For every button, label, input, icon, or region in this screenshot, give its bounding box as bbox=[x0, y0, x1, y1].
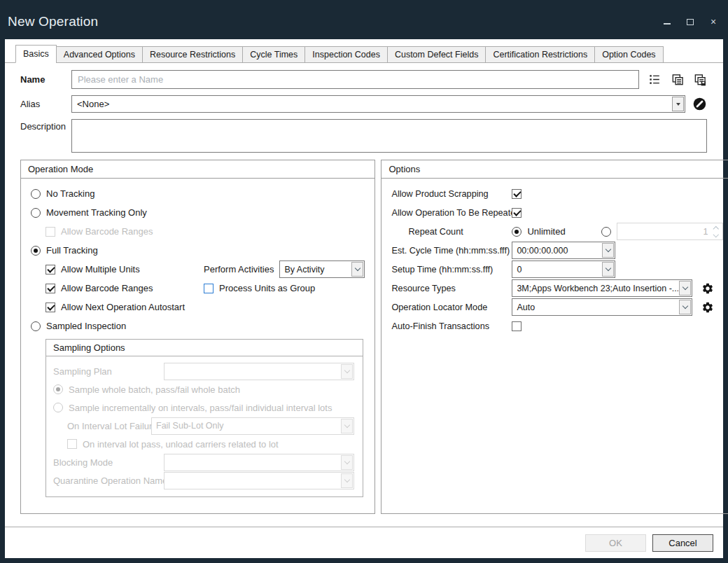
sampling-options-title: Sampling Options bbox=[46, 340, 363, 356]
dialog-content: Basics Advanced Options Resource Restric… bbox=[5, 39, 723, 558]
sampling-plan-combobox[interactable] bbox=[164, 363, 354, 380]
repeat-count-row: Repeat Count Unlimited 1 bbox=[391, 222, 723, 241]
process-units-group-checkbox[interactable] bbox=[204, 284, 214, 293]
full-tracking-radio[interactable] bbox=[31, 246, 41, 256]
tab-inspection-codes[interactable]: Inspection Codes bbox=[304, 46, 388, 63]
auto-finish-checkbox[interactable] bbox=[512, 321, 522, 331]
setup-time-combobox[interactable]: 0 bbox=[512, 260, 615, 278]
interval-failure-combobox[interactable]: Fail Sub-Lot Only bbox=[151, 417, 354, 435]
sample-whole-batch-radio[interactable] bbox=[53, 384, 63, 394]
chevron-down-icon bbox=[344, 422, 350, 427]
perform-activities-dropdown-button[interactable] bbox=[351, 262, 363, 277]
locator-mode-combobox[interactable]: Auto bbox=[512, 298, 692, 316]
no-tracking-radio[interactable] bbox=[31, 189, 41, 199]
sample-incremental-row: Sample incrementally on intervals, pass/… bbox=[53, 398, 354, 417]
sampling-plan-dropdown-button[interactable] bbox=[341, 364, 353, 379]
sample-whole-batch-label: Sample whole batch, pass/fail whole batc… bbox=[69, 384, 240, 395]
locator-mode-dropdown-button[interactable] bbox=[679, 300, 691, 314]
description-textarea[interactable] bbox=[71, 119, 707, 153]
est-cycle-time-combobox[interactable]: 00:00:00.000 bbox=[512, 242, 615, 259]
interval-pass-checkbox[interactable] bbox=[67, 439, 77, 449]
sampling-plan-label: Sampling Plan bbox=[53, 366, 158, 377]
perform-activities-combobox[interactable]: By Activity bbox=[279, 260, 365, 278]
alias-dropdown-button[interactable] bbox=[672, 97, 684, 111]
tab-advanced-options[interactable]: Advanced Options bbox=[56, 46, 143, 63]
alias-clear-icon[interactable] bbox=[692, 97, 707, 111]
operation-mode-body: No Tracking Movement Tracking Only Allow… bbox=[21, 179, 374, 513]
chevron-down-icon bbox=[682, 284, 688, 290]
est-cycle-time-dropdown-button[interactable] bbox=[602, 243, 614, 258]
allow-next-autostart-checkbox[interactable] bbox=[46, 303, 55, 312]
alias-row: Alias <None> bbox=[20, 95, 707, 113]
allow-scrapping-checkbox[interactable] bbox=[512, 189, 522, 199]
spinner-updown-icon[interactable] bbox=[711, 227, 722, 237]
interval-failure-value: Fail Sub-Lot Only bbox=[152, 421, 340, 431]
copy-icon[interactable] bbox=[670, 72, 685, 87]
tab-certification-restrictions[interactable]: Certification Restrictions bbox=[485, 46, 595, 63]
quarantine-combobox[interactable] bbox=[164, 472, 354, 489]
alias-combobox[interactable]: <None> bbox=[71, 95, 685, 113]
resource-types-combobox[interactable]: 3M;Apps Workbench 23;Auto Insertion -... bbox=[512, 279, 692, 297]
sampling-options-group: Sampling Options Sampling Plan bbox=[46, 339, 363, 497]
est-cycle-time-label: Est. Cycle Time (hh:mm:ss.fff) bbox=[391, 246, 512, 256]
resource-types-gear-icon[interactable] bbox=[701, 282, 715, 296]
repeat-fixed-radio[interactable] bbox=[601, 227, 611, 237]
window-controls: × bbox=[662, 17, 718, 27]
sampled-inspection-row: Sampled Inspection bbox=[31, 317, 365, 335]
minimize-icon[interactable] bbox=[662, 17, 672, 27]
quarantine-label: Quarantine Operation Name bbox=[53, 475, 158, 486]
sampled-inspection-label: Sampled Inspection bbox=[46, 321, 126, 331]
allow-repeat-checkbox[interactable] bbox=[512, 208, 522, 218]
copy-save-icon[interactable] bbox=[692, 72, 707, 87]
repeat-count-spinner[interactable]: 1 bbox=[617, 223, 723, 240]
basics-tab-page: Name bbox=[5, 62, 723, 527]
setup-time-dropdown-button[interactable] bbox=[602, 262, 614, 277]
maximize-icon[interactable] bbox=[685, 17, 695, 27]
sample-whole-row: Sample whole batch, pass/fail whole batc… bbox=[53, 380, 354, 398]
chevron-down-icon bbox=[344, 458, 350, 464]
tab-basics[interactable]: Basics bbox=[15, 45, 57, 63]
tab-cycle-times[interactable]: Cycle Times bbox=[242, 46, 305, 63]
perform-activities-value: By Activity bbox=[280, 265, 351, 274]
sample-incremental-radio[interactable] bbox=[53, 403, 63, 412]
chevron-down-icon bbox=[344, 476, 350, 482]
allow-barcode-ranges-checkbox[interactable] bbox=[46, 284, 55, 293]
name-row: Name bbox=[20, 70, 707, 89]
process-units-group-label: Process Units as Group bbox=[219, 283, 315, 293]
blocking-mode-combobox[interactable] bbox=[164, 454, 354, 471]
allow-repeat-label: Allow Operation To Be Repeated bbox=[391, 208, 512, 218]
sampled-inspection-radio[interactable] bbox=[31, 321, 41, 331]
tab-resource-restrictions[interactable]: Resource Restrictions bbox=[142, 46, 243, 63]
name-label: Name bbox=[20, 74, 71, 85]
alias-value: <None> bbox=[72, 99, 671, 109]
bulleted-list-icon[interactable] bbox=[648, 72, 662, 87]
allow-scrapping-label: Allow Product Scrapping bbox=[391, 189, 512, 199]
quarantine-dropdown-button[interactable] bbox=[341, 473, 353, 488]
tab-option-codes[interactable]: Option Codes bbox=[594, 46, 663, 63]
barcode-ranges-row: Allow Barcode Ranges Process Units as Gr… bbox=[46, 279, 365, 298]
name-input[interactable] bbox=[71, 70, 639, 89]
repeat-unlimited-radio[interactable] bbox=[512, 227, 522, 237]
close-icon[interactable]: × bbox=[708, 17, 718, 27]
tab-custom-defect-fields[interactable]: Custom Defect Fields bbox=[387, 46, 486, 63]
ok-button[interactable]: OK bbox=[585, 534, 646, 552]
interval-failure-row: On Interval Lot Failure Fail Sub-Lot Onl… bbox=[67, 417, 354, 435]
blocking-mode-dropdown-button[interactable] bbox=[341, 455, 353, 470]
movement-tracking-radio[interactable] bbox=[31, 208, 41, 218]
locator-mode-value: Auto bbox=[512, 303, 678, 312]
locator-mode-gear-icon[interactable] bbox=[701, 300, 715, 314]
locator-mode-label: Operation Locator Mode bbox=[391, 303, 512, 312]
cancel-button[interactable]: Cancel bbox=[652, 534, 713, 552]
alias-label: Alias bbox=[20, 99, 71, 109]
description-label: Description bbox=[20, 119, 71, 132]
est-cycle-time-row: Est. Cycle Time (hh:mm:ss.fff) 00:00:00.… bbox=[391, 241, 723, 260]
resource-types-value: 3M;Apps Workbench 23;Auto Insertion -... bbox=[512, 284, 678, 293]
resource-types-label: Resource Types bbox=[391, 284, 512, 293]
movement-barcode-checkbox[interactable] bbox=[46, 227, 55, 237]
resource-types-dropdown-button[interactable] bbox=[679, 281, 691, 296]
resource-types-row: Resource Types 3M;Apps Workbench 23;Auto… bbox=[391, 279, 723, 298]
blocking-mode-label: Blocking Mode bbox=[53, 457, 158, 468]
interval-failure-dropdown-button[interactable] bbox=[341, 419, 353, 433]
allow-multiple-units-checkbox[interactable] bbox=[46, 265, 55, 274]
full-tracking-label: Full Tracking bbox=[46, 245, 98, 256]
